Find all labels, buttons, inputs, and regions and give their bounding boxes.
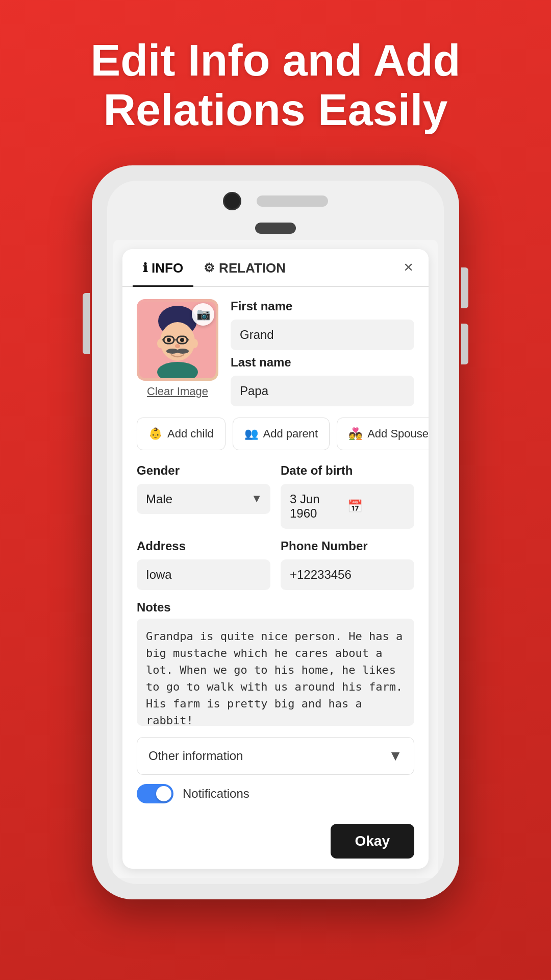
name-fields: First name Last name [231, 299, 414, 406]
phone-inner: ℹ INFO ⚙ RELATION × [107, 181, 444, 884]
dob-value: 3 Jun 1960 [290, 492, 347, 521]
dob-input-wrapper[interactable]: 3 Jun 1960 📅 [281, 484, 414, 529]
add-spouse-label: Add Spouse [367, 427, 429, 440]
phone-speaker [257, 195, 328, 207]
address-group: Address [137, 539, 270, 590]
avatar-image[interactable]: 📷 [137, 299, 218, 381]
hero-title: Edit Info and Add Relations Easily [0, 36, 551, 135]
svg-point-9 [180, 338, 184, 342]
add-child-label: Add child [167, 427, 214, 440]
gender-label: Gender [137, 463, 270, 478]
add-child-button[interactable]: 👶 Add child [137, 418, 226, 450]
address-label: Address [137, 539, 270, 553]
svg-point-12 [177, 349, 189, 354]
close-button[interactable]: × [398, 253, 418, 282]
gender-select[interactable]: Male Female Other [137, 484, 270, 514]
notifications-label: Notifications [183, 787, 249, 801]
notifications-toggle[interactable] [137, 784, 173, 803]
add-child-icon: 👶 [148, 427, 162, 440]
tab-relation-label: RELATION [219, 260, 286, 276]
phone-group: Phone Number [281, 539, 414, 590]
camera-badge[interactable]: 📷 [192, 303, 214, 326]
relation-icon: ⚙ [204, 261, 215, 275]
phone-label: Phone Number [281, 539, 414, 553]
add-spouse-icon: 💑 [348, 427, 362, 440]
first-name-input[interactable] [231, 320, 414, 350]
add-parent-button[interactable]: 👥 Add parent [233, 418, 330, 450]
chevron-down-icon: ▼ [388, 748, 403, 764]
phone-mockup: ℹ INFO ⚙ RELATION × [92, 165, 459, 899]
avatar-container: 📷 Clear Image [137, 299, 218, 398]
address-input[interactable] [137, 559, 270, 590]
side-button-right-1 [461, 267, 468, 308]
side-button-right-2 [461, 324, 468, 364]
tab-info-label: INFO [152, 260, 183, 276]
phone-input[interactable] [281, 559, 414, 590]
dialog-footer: Okay [122, 824, 429, 869]
add-parent-icon: 👥 [244, 427, 258, 440]
first-name-group: First name [231, 299, 414, 350]
side-button-left [83, 293, 90, 354]
tab-info[interactable]: ℹ INFO [133, 249, 193, 287]
gender-dob-row: Gender Male Female Other ▼ [137, 463, 414, 529]
add-spouse-button[interactable]: 💑 Add Spouse [337, 418, 429, 450]
dob-group: Date of birth 3 Jun 1960 📅 [281, 463, 414, 529]
gender-group: Gender Male Female Other ▼ [137, 463, 270, 529]
svg-point-14 [157, 339, 163, 348]
gender-select-wrapper: Male Female Other ▼ [137, 484, 270, 514]
phone-top-bar [107, 181, 444, 218]
last-name-input[interactable] [231, 376, 414, 406]
address-phone-row: Address Phone Number [137, 539, 414, 590]
last-name-group: Last name [231, 355, 414, 406]
phone-home-button [255, 223, 296, 234]
tab-relation[interactable]: ⚙ RELATION [193, 249, 296, 287]
last-name-label: Last name [231, 355, 414, 370]
info-icon: ℹ [143, 261, 147, 275]
notifications-row: Notifications [137, 784, 414, 803]
clear-image-link[interactable]: Clear Image [147, 385, 208, 398]
first-name-label: First name [231, 299, 414, 313]
svg-point-8 [167, 338, 171, 342]
add-parent-label: Add parent [263, 427, 318, 440]
dialog-body: 📷 Clear Image First name Last name [122, 287, 429, 824]
dialog-tabs: ℹ INFO ⚙ RELATION × [122, 249, 429, 287]
notes-label: Notes [137, 600, 414, 615]
other-info-label: Other information [148, 749, 243, 763]
other-info-row[interactable]: Other information ▼ [137, 737, 414, 775]
phone-camera [223, 192, 241, 210]
action-buttons-row: 👶 Add child 👥 Add parent 💑 Add Spouse [137, 418, 414, 450]
notes-textarea[interactable] [137, 619, 414, 726]
dialog: ℹ INFO ⚙ RELATION × [122, 249, 429, 869]
okay-button[interactable]: Okay [331, 824, 415, 859]
calendar-icon: 📅 [347, 499, 405, 513]
toggle-knob [156, 786, 171, 801]
profile-row: 📷 Clear Image First name Last name [137, 299, 414, 406]
svg-point-15 [192, 339, 198, 348]
svg-point-10 [175, 344, 180, 348]
phone-screen: ℹ INFO ⚙ RELATION × [113, 240, 438, 878]
dob-label: Date of birth [281, 463, 414, 478]
